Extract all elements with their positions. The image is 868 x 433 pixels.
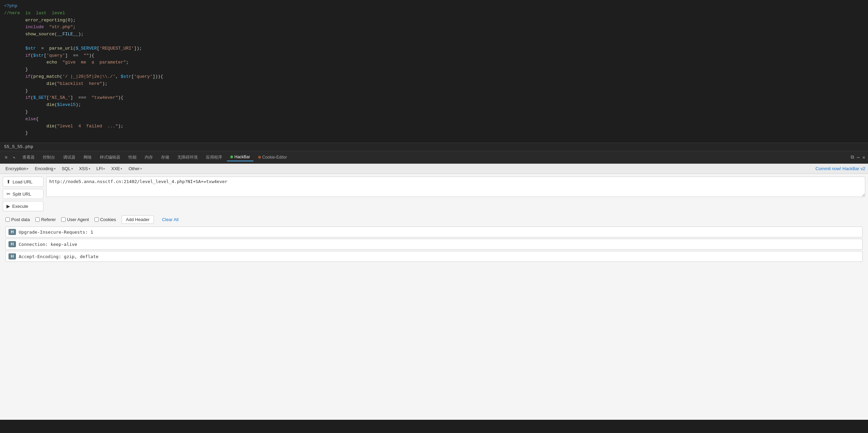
menu-xss[interactable]: XSS ▾ <box>76 165 93 172</box>
left-buttons: ⬆ Load URL ✂ Split URL ▶ Execute <box>3 177 43 211</box>
menu-other-arrow: ▾ <box>140 167 142 170</box>
menu-sql-arrow: ▾ <box>71 167 73 170</box>
referer-checkbox-label[interactable]: Referer <box>35 217 56 222</box>
tab-console[interactable]: 控制台 <box>39 153 58 162</box>
tab-memory[interactable]: 内存 <box>141 153 156 162</box>
header-badge-2: H <box>8 253 16 259</box>
filename-label: 55_5_55.php <box>4 144 33 149</box>
menu-sql-label: SQL <box>62 166 71 171</box>
post-data-label: Post data <box>11 217 30 222</box>
post-data-checkbox-label[interactable]: Post data <box>5 217 30 222</box>
menu-xxe-label: XXE <box>111 166 120 171</box>
clear-all-button[interactable]: Clear All <box>159 216 181 223</box>
header-badge-1: H <box>8 241 16 247</box>
url-input[interactable]: http://node5.anna.nssctf.cn:21402/level_… <box>46 177 865 197</box>
devtools-bar: ⎋ ↖ 查看器 控制台 调试器 网络 样式编辑器 性能 内存 存储 无障碍环境 … <box>0 151 868 164</box>
execute-label: Execute <box>12 204 28 209</box>
tab-style-editor-label: 样式编辑器 <box>100 155 120 160</box>
menu-encoding[interactable]: Encoding ▾ <box>32 165 58 172</box>
devtools-cursor-icon[interactable]: ↖ <box>11 154 18 161</box>
tab-accessibility[interactable]: 无障碍环境 <box>174 153 201 162</box>
menu-encryption[interactable]: Encryption ▾ <box>3 165 31 172</box>
tab-viewer[interactable]: 查看器 <box>19 153 38 162</box>
header-row-2: H Accept-Encoding: gzip, deflate <box>5 251 863 262</box>
split-url-button[interactable]: ✂ Split URL <box>3 189 43 199</box>
header-row-1: H Connection: keep-alive <box>5 239 863 250</box>
tab-network[interactable]: 网络 <box>80 153 95 162</box>
menu-xxe[interactable]: XXE ▾ <box>108 165 125 172</box>
menu-sql[interactable]: SQL ▾ <box>59 165 76 172</box>
add-header-label: Add Header <box>126 217 149 222</box>
menu-other-label: Other <box>128 166 140 171</box>
load-url-label: Load URL <box>13 179 33 184</box>
menu-xss-arrow: ▾ <box>89 167 90 170</box>
menu-lfi-label: LFI <box>96 166 103 171</box>
split-url-icon: ✂ <box>6 191 11 197</box>
cookies-label: Cookies <box>100 217 116 222</box>
tab-cookie-editor[interactable]: Cookie-Editor <box>255 154 290 161</box>
devtools-more-icon[interactable]: ⋯ <box>857 155 860 160</box>
tab-debugger[interactable]: 调试器 <box>60 153 79 162</box>
tab-hackbar-label: HackBar <box>234 155 250 159</box>
user-agent-checkbox[interactable] <box>61 217 66 222</box>
menu-lfi-arrow: ▾ <box>103 167 105 170</box>
split-url-label: Split URL <box>13 192 31 197</box>
devtools-corner-icons: ⧉ ⋯ ✕ <box>851 155 865 160</box>
add-header-button[interactable]: Add Header <box>122 215 154 224</box>
user-agent-checkbox-label[interactable]: User Agent <box>61 217 89 222</box>
menu-encryption-label: Encryption <box>5 166 26 171</box>
post-data-checkbox[interactable] <box>5 217 10 222</box>
devtools-split-icon[interactable]: ⧉ <box>851 155 854 160</box>
cookie-editor-dot-icon <box>258 156 261 159</box>
tab-viewer-label: 查看器 <box>22 155 35 160</box>
clear-all-label: Clear All <box>162 217 178 222</box>
menu-encoding-arrow: ▾ <box>54 167 56 170</box>
devtools-inspect-icon[interactable]: ⎋ <box>3 154 10 161</box>
header-badge-0: H <box>8 229 16 235</box>
menu-other[interactable]: Other ▾ <box>126 165 145 172</box>
tab-debugger-label: 调试器 <box>63 155 75 160</box>
commit-label: Commit now! HackBar v2 <box>815 166 865 171</box>
header-value-1: Connection: keep-alive <box>19 242 77 247</box>
hackbar-main: ⬆ Load URL ✂ Split URL ▶ Execute http://… <box>0 174 868 214</box>
header-value-0: Upgrade-Insecure-Requests: 1 <box>19 230 93 235</box>
tab-performance[interactable]: 性能 <box>125 153 140 162</box>
tab-storage[interactable]: 存储 <box>158 153 173 162</box>
referer-checkbox[interactable] <box>35 217 40 222</box>
user-agent-label: User Agent <box>67 217 89 222</box>
options-row: Post data Referer User Agent Cookies Add… <box>0 214 868 225</box>
cookies-checkbox[interactable] <box>94 217 99 222</box>
filename-bar: 55_5_55.php <box>0 143 868 151</box>
tab-performance-label: 性能 <box>128 155 137 160</box>
tab-style-editor[interactable]: 样式编辑器 <box>96 153 124 162</box>
tab-accessibility-label: 无障碍环境 <box>177 155 198 160</box>
tab-memory-label: 内存 <box>145 155 153 160</box>
tab-network-label: 网络 <box>84 155 92 160</box>
cookies-checkbox-label[interactable]: Cookies <box>94 217 116 222</box>
tab-console-label: 控制台 <box>43 155 55 160</box>
hackbar-panel: Encryption ▾ Encoding ▾ SQL ▾ XSS ▾ LFI … <box>0 164 868 420</box>
execute-button[interactable]: ▶ Execute <box>3 201 43 211</box>
hackbar-dot-icon <box>230 156 233 158</box>
tab-storage-label: 存储 <box>161 155 169 160</box>
header-row-0: H Upgrade-Insecure-Requests: 1 <box>5 227 863 237</box>
menu-xxe-arrow: ▾ <box>121 167 122 170</box>
load-url-icon: ⬆ <box>6 179 11 184</box>
menu-encryption-arrow: ▾ <box>27 167 29 170</box>
tab-application-label: 应用程序 <box>206 155 222 160</box>
menu-xss-label: XSS <box>79 166 88 171</box>
url-area: http://node5.anna.nssctf.cn:21402/level_… <box>46 177 865 211</box>
referer-label: Referer <box>41 217 56 222</box>
hackbar-toolbar: Encryption ▾ Encoding ▾ SQL ▾ XSS ▾ LFI … <box>0 164 868 174</box>
tab-application[interactable]: 应用程序 <box>202 153 226 162</box>
tab-hackbar[interactable]: HackBar <box>227 153 253 161</box>
menu-lfi[interactable]: LFI ▾ <box>94 165 108 172</box>
execute-icon: ▶ <box>6 203 10 209</box>
code-area: <?php //here is last level error_reporti… <box>0 0 868 143</box>
load-url-button[interactable]: ⬆ Load URL <box>3 177 43 187</box>
menu-encoding-label: Encoding <box>35 166 53 171</box>
tab-cookie-editor-label: Cookie-Editor <box>262 155 287 160</box>
devtools-close-icon[interactable]: ✕ <box>863 155 865 160</box>
header-value-2: Accept-Encoding: gzip, deflate <box>19 254 99 259</box>
